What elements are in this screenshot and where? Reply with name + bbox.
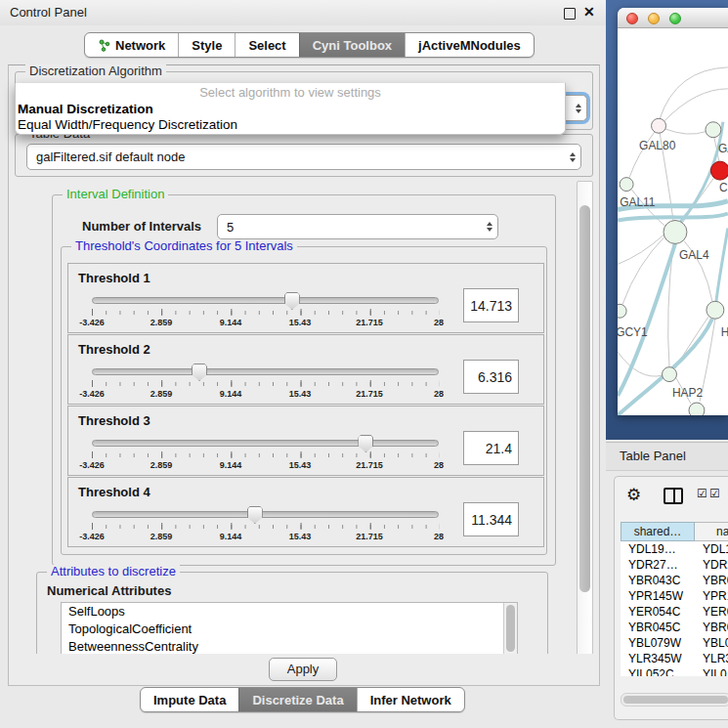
table-row[interactable]: YIL052CYIL0 — [621, 666, 728, 676]
tab-discretize-data[interactable]: Discretize Data — [238, 688, 356, 711]
threshold-1-slider[interactable]: -3.4262.8599.14415.4321.71528 — [92, 293, 439, 328]
tab-cyni-toolbox-label: Cyni Toolbox — [313, 38, 392, 53]
threshold-2-panel: Threshold 2 -3.4262.8599.14415.4321.7152… — [67, 334, 544, 405]
table-horizontal-scrollbar[interactable] — [621, 693, 728, 707]
threshold-4-slider[interactable]: -3.4262.8599.14415.4321.71528 — [92, 507, 439, 542]
table-row[interactable]: YBR043CYBR0 — [621, 573, 728, 588]
tab-select[interactable]: Select — [235, 33, 298, 57]
node-hap2[interactable] — [663, 367, 677, 382]
panel-title: Control Panel — [10, 5, 87, 20]
table-data-combobox[interactable]: galFiltered.sif default node — [26, 144, 581, 170]
node-gal4[interactable] — [664, 221, 687, 244]
threshold-2-slider[interactable]: -3.4262.8599.14415.4321.71528 — [92, 364, 439, 400]
list-item[interactable]: BetweennessCentrality — [62, 638, 517, 654]
slider-thumb[interactable] — [284, 292, 300, 310]
minimize-traffic-light[interactable] — [648, 13, 660, 24]
gear-icon[interactable]: ⚙ — [626, 485, 641, 505]
control-panel-titlebar: Control Panel ✕ — [0, 0, 606, 25]
node-h[interactable] — [707, 301, 724, 319]
threshold-3-slider[interactable]: -3.4262.8599.14415.4321.71528 — [92, 436, 439, 471]
tab-jactivemnodules-label: jActiveMNodules — [418, 38, 521, 53]
list-item[interactable]: SelfLoops — [62, 603, 517, 621]
node-top-right[interactable] — [706, 122, 721, 138]
tab-discretize-data-label: Discretize Data — [252, 693, 343, 707]
slider-track[interactable] — [92, 511, 439, 518]
apply-button[interactable]: Apply — [269, 658, 337, 681]
scrollbar-thumb[interactable] — [579, 205, 590, 592]
network-nodes[interactable] — [618, 118, 728, 415]
tab-infer-network[interactable]: Infer Network — [357, 688, 464, 711]
slider-thumb[interactable] — [358, 435, 373, 452]
algorithm-dropdown-popup: Select algorithm to view settings Manual… — [15, 83, 566, 135]
node-gcy1[interactable] — [618, 304, 626, 318]
tab-impute-data[interactable]: Impute Data — [141, 688, 238, 711]
settings-scroll-area: Interval Definition Number of Intervals … — [15, 181, 593, 654]
thresholds-group: Threshold's Coordinates for 5 Intervals … — [61, 246, 547, 555]
node-gal11[interactable] — [620, 178, 633, 192]
threshold-3-value-field[interactable]: 21.4 — [463, 431, 519, 465]
settings-vertical-scrollbar[interactable] — [577, 181, 593, 654]
node-label-c-clipped: C — [719, 181, 728, 194]
table-row[interactable]: YPR145WYPR1 — [621, 588, 728, 604]
dropdown-placeholder-item: Select algorithm to view settings — [16, 85, 565, 102]
node-bottom-clipped[interactable] — [689, 403, 705, 415]
threshold-4-value-field[interactable]: 11.344 — [463, 502, 519, 536]
node-red-selected[interactable] — [710, 161, 728, 180]
slider-scale: -3.4262.8599.14415.4321.71528 — [92, 460, 439, 471]
table-row[interactable]: YLR345WYLR3 — [621, 651, 728, 666]
close-icon[interactable]: ✕ — [583, 4, 595, 20]
dropdown-option-equal-width[interactable]: Equal Width/Frequency Discretization — [16, 117, 565, 133]
list-scrollbar[interactable] — [503, 603, 517, 654]
number-of-intervals-combobox[interactable]: 5 — [217, 214, 498, 239]
threshold-3-label: Threshold 3 — [78, 413, 150, 428]
table-panel-titlebar: Table Panel — [606, 442, 728, 471]
table-row[interactable]: YBL079WYBL0 — [621, 635, 728, 651]
slider-thumb[interactable] — [247, 506, 263, 524]
zoom-traffic-light[interactable] — [669, 13, 681, 24]
checkbox-icon[interactable]: ☑ — [709, 487, 720, 500]
slider-thumb[interactable] — [192, 364, 207, 381]
network-view-window: GAL80 GA C GAL11 GAL4 GCY1 H HAP2 — [618, 8, 728, 415]
slider-track[interactable] — [92, 440, 439, 447]
node-label-h-clipped: H — [721, 325, 728, 339]
network-icon — [98, 39, 110, 52]
network-window-titlebar — [618, 8, 728, 28]
table-row[interactable]: YDR27…YDR2 — [621, 557, 728, 573]
node-label-gal80: GAL80 — [639, 139, 676, 152]
column-header-name[interactable]: na — [695, 522, 728, 541]
network-canvas[interactable]: GAL80 GA C GAL11 GAL4 GCY1 H HAP2 — [618, 28, 728, 415]
slider-scale: -3.4262.8599.14415.4321.71528 — [92, 532, 439, 542]
node-label-ga-clipped: GA — [718, 142, 728, 155]
close-traffic-light[interactable] — [626, 13, 638, 24]
scrollbar-thumb[interactable] — [623, 696, 728, 704]
table-data-value: galFiltered.sif default node — [27, 150, 565, 164]
tab-cyni-toolbox[interactable]: Cyni Toolbox — [299, 33, 405, 57]
slider-track[interactable] — [92, 297, 439, 304]
tab-network[interactable]: Network — [85, 33, 178, 57]
float-window-icon[interactable] — [564, 8, 576, 20]
slider-track[interactable] — [92, 368, 439, 375]
column-header-shared-name[interactable]: shared… — [621, 522, 695, 541]
slider-scale: -3.4262.8599.14415.4321.71528 — [92, 318, 439, 328]
list-item[interactable]: TopologicalCoefficient — [62, 621, 517, 638]
cyni-toolbox-panel: Discretization Algorithm Select algorith… — [8, 64, 600, 686]
tab-jactivemnodules[interactable]: jActiveMNodules — [405, 33, 534, 57]
slider-scale: -3.4262.8599.14415.4321.71528 — [92, 389, 439, 400]
table-row[interactable]: YER054CYER0 — [621, 604, 728, 620]
numerical-attributes-list[interactable]: SelfLoops TopologicalCoefficient Between… — [61, 602, 518, 654]
interval-definition-group-label: Interval Definition — [63, 188, 168, 201]
checkbox-icon[interactable]: ☑ — [697, 487, 707, 500]
dropdown-option-manual[interactable]: Manual Discretization — [16, 102, 565, 117]
table-panel-window: ⚙ ☑ ☑ shared… na YDL19…YDL1 YDR27…YDR2 Y… — [614, 476, 728, 720]
control-panel-tabs: Network Style Select Cyni Toolbox jActiv… — [84, 32, 535, 58]
interval-definition-group: Interval Definition Number of Intervals … — [52, 194, 556, 566]
columns-icon[interactable] — [664, 488, 683, 504]
threshold-2-value-field[interactable]: 6.316 — [463, 360, 519, 394]
combo-stepper-icon — [565, 152, 580, 162]
tab-style[interactable]: Style — [178, 33, 235, 57]
node-label-gal11: GAL11 — [620, 195, 656, 209]
threshold-1-value-field[interactable]: 14.713 — [463, 288, 519, 322]
node-gal80[interactable] — [652, 118, 666, 133]
table-row[interactable]: YBR045CYBR0 — [621, 620, 728, 635]
table-row[interactable]: YDL19…YDL1 — [621, 541, 728, 557]
